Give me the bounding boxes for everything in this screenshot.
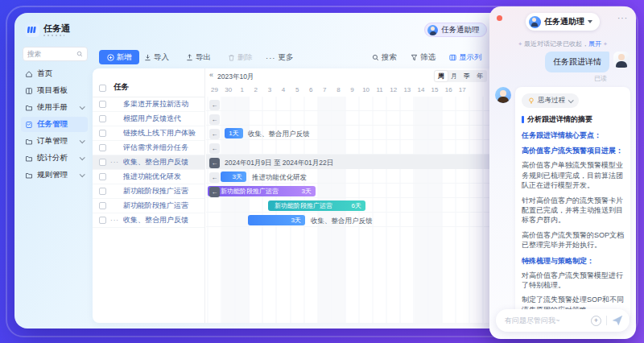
date-cell: 17 bbox=[456, 84, 469, 97]
row-checkbox[interactable] bbox=[99, 173, 106, 180]
row-checkbox[interactable] bbox=[99, 144, 106, 151]
row-checkbox[interactable] bbox=[99, 101, 106, 108]
table-row[interactable]: 评估需求并细分任务 bbox=[93, 141, 204, 155]
bar-left-arrow[interactable]: ← bbox=[209, 172, 220, 183]
gantt-bar[interactable]: 新功能阶段推广运营3天 bbox=[208, 186, 316, 196]
row-checkbox[interactable] bbox=[99, 188, 106, 195]
panel-more-icon[interactable]: ··· bbox=[617, 14, 628, 23]
gantt-bar[interactable]: 新功能阶段推广运营6天 bbox=[268, 200, 365, 211]
table-row-highlighted[interactable]: ···收集、整合用户反馈 bbox=[93, 155, 204, 170]
row-checkbox[interactable] bbox=[99, 159, 106, 166]
chat-input-bar: + bbox=[496, 309, 630, 332]
section-paragraph: 针对高价值客户的流失预警卡片配置已完成，并将主动推送到目标客户群内。 bbox=[522, 196, 624, 225]
search-icon bbox=[76, 51, 83, 57]
send-icon[interactable] bbox=[612, 315, 623, 326]
filter-button[interactable]: 筛选 bbox=[411, 50, 436, 64]
more-button[interactable]: ··· 更多 bbox=[266, 50, 294, 64]
input-divider bbox=[606, 316, 607, 325]
bar-left-arrow[interactable]: ← bbox=[209, 158, 220, 168]
thinking-process-toggle[interactable]: 思考过程 bbox=[522, 93, 579, 108]
sidebar-item-rule-management[interactable]: 规则管理 bbox=[21, 167, 88, 183]
bar-left-arrow[interactable]: ← bbox=[209, 143, 220, 154]
gantt-bar[interactable]: 1天 bbox=[225, 128, 243, 138]
section-heading: 高价值客户流失预警项目进展： bbox=[522, 146, 624, 155]
view-year[interactable]: 年 bbox=[473, 71, 486, 81]
table-row[interactable]: 新功能阶段推广运营 bbox=[93, 199, 204, 213]
search-button[interactable]: 搜索 bbox=[372, 50, 397, 64]
date-cell: 6 bbox=[304, 84, 318, 97]
bulb-icon bbox=[528, 97, 535, 104]
row-checkbox[interactable] bbox=[99, 130, 106, 137]
app-logo: 任务通 bbox=[25, 23, 70, 37]
table-row[interactable]: 多渠道开展拉新活动 bbox=[93, 97, 204, 112]
table-row[interactable]: 链接线上线下用户体验 bbox=[93, 126, 204, 141]
sidebar-item-statistics[interactable]: 统计分析 bbox=[21, 151, 88, 166]
chevron-down-icon bbox=[80, 172, 85, 177]
row-checkbox[interactable] bbox=[99, 115, 106, 122]
sidebar-search-input[interactable] bbox=[27, 50, 76, 58]
bar-left-arrow[interactable]: ← bbox=[209, 129, 220, 139]
bar-left-arrow[interactable]: ← bbox=[209, 100, 220, 110]
select-all-checkbox[interactable] bbox=[99, 85, 106, 92]
folder-icon bbox=[25, 172, 33, 180]
expand-link[interactable]: 展开 bbox=[588, 40, 601, 48]
table-row[interactable]: 推进功能优化研发 bbox=[93, 170, 204, 184]
row-checkbox[interactable] bbox=[99, 202, 106, 209]
view-week[interactable]: 周 bbox=[435, 71, 448, 81]
date-cell: 12 bbox=[386, 84, 400, 97]
export-button[interactable]: 导出 bbox=[186, 50, 211, 64]
table-row[interactable]: 根据用户反馈迭代 bbox=[93, 112, 204, 126]
date-cell: 8 bbox=[332, 84, 345, 97]
collapse-panel-icon[interactable]: « bbox=[209, 72, 213, 79]
chevron-down-icon bbox=[588, 20, 592, 23]
close-dot-icon[interactable] bbox=[497, 15, 502, 21]
sidebar-search[interactable] bbox=[23, 47, 88, 61]
row-checkbox[interactable] bbox=[99, 217, 106, 224]
user-avatar bbox=[613, 52, 630, 68]
row-menu-icon[interactable]: ··· bbox=[110, 217, 119, 224]
row-menu-icon[interactable]: ··· bbox=[110, 159, 119, 166]
toolbar: 新增 导入 导出 删除 ··· 更多 搜索 bbox=[93, 50, 491, 66]
sidebar-item-home[interactable]: 首页 bbox=[21, 66, 88, 81]
table-row[interactable]: ···收集、整合用户反馈 bbox=[93, 213, 204, 228]
view-month[interactable]: 月 bbox=[448, 71, 460, 81]
bar-note: 收集、整合用户反馈 bbox=[248, 130, 310, 139]
sparkle-icon: ✦ bbox=[518, 41, 524, 47]
ellipsis-icon: ··· bbox=[266, 53, 276, 62]
sidebar-item-project-board[interactable]: 项目看板 bbox=[21, 83, 88, 98]
sidebar-item-order-management[interactable]: 订单管理 bbox=[21, 134, 88, 149]
section-heading: 任务跟进详情核心要点： bbox=[522, 130, 624, 140]
table-row[interactable]: 新功能阶段推广运营 bbox=[93, 184, 204, 199]
assistant-panel: 任务通助理 ··· ✦ 最近对话记录已收起，展开 ✦ 任务跟进详情 已读 思考过… bbox=[489, 6, 636, 339]
timeline-header: « 2023年10月 周 月 季 年 bbox=[206, 68, 495, 84]
delete-button[interactable]: 删除 bbox=[228, 50, 253, 64]
display-columns-button[interactable]: 显示列 bbox=[449, 50, 482, 64]
chevron-down-icon bbox=[80, 155, 85, 160]
chat-input[interactable] bbox=[505, 316, 586, 324]
assistant-entry-button[interactable]: 任务通助理 bbox=[424, 23, 487, 37]
task-icon bbox=[25, 121, 33, 129]
add-button[interactable]: 新增 bbox=[99, 50, 139, 64]
assistant-message-card: 思考过程 分析跟进详情的摘要 任务跟进详情核心要点： 高价值客户流失预警项目进展… bbox=[515, 87, 630, 321]
timeline-body: ← ← ← ← ← ← ← 1天 收集、整合用户反馈 2024年01月9日 至 … bbox=[206, 97, 495, 323]
search-icon bbox=[372, 54, 379, 61]
sidebar-item-task-management[interactable]: 任务管理 bbox=[21, 117, 88, 132]
sidebar-item-user-manual[interactable]: 使用手册 bbox=[21, 100, 88, 115]
gantt-bar[interactable]: 3天 bbox=[248, 215, 305, 225]
task-list-header: 任务 bbox=[93, 68, 204, 97]
sidebar: 任务通 首页 项目看板 使用手册 任务管理 bbox=[14, 13, 93, 329]
gantt-bar[interactable]: 3天 bbox=[221, 172, 246, 182]
view-quarter[interactable]: 季 bbox=[460, 71, 473, 81]
section-heading: 特殊梳理与策略制定： bbox=[522, 256, 624, 266]
import-button[interactable]: 导入 bbox=[144, 50, 169, 64]
assistant-header[interactable]: 任务通助理 bbox=[526, 13, 600, 31]
date-cell: 11 bbox=[373, 84, 386, 97]
attach-plus-icon[interactable]: + bbox=[591, 316, 601, 326]
accent-bar bbox=[522, 116, 524, 123]
chevron-down-icon bbox=[80, 138, 85, 143]
bar-left-arrow[interactable]: ← bbox=[209, 187, 220, 197]
date-cell: 5 bbox=[291, 84, 304, 97]
date-cell: 14 bbox=[414, 84, 427, 97]
bar-left-arrow[interactable]: ← bbox=[209, 114, 220, 125]
month-label: 2023年10月 bbox=[217, 72, 254, 82]
